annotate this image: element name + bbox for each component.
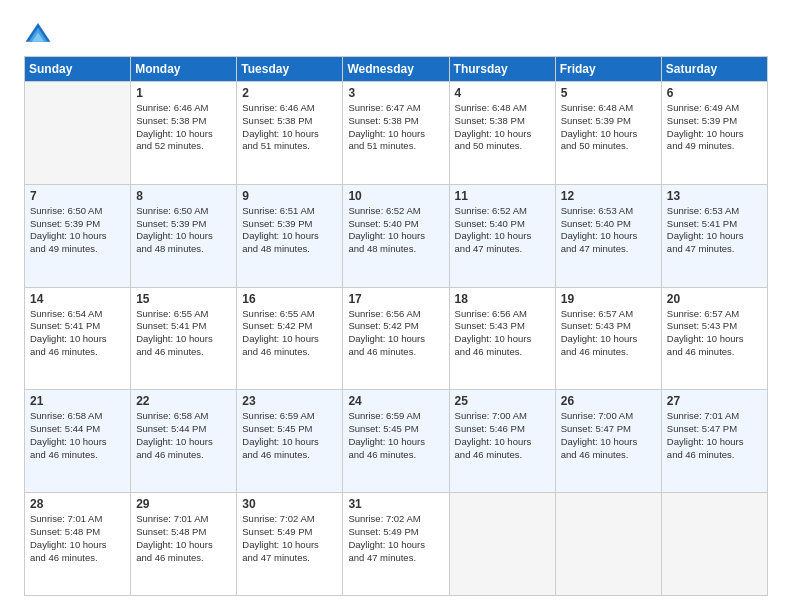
calendar-cell: 3Sunrise: 6:47 AMSunset: 5:38 PMDaylight… bbox=[343, 82, 449, 185]
day-info-line: Sunset: 5:44 PM bbox=[136, 423, 231, 436]
day-info-line: Sunset: 5:40 PM bbox=[348, 218, 443, 231]
calendar-table: SundayMondayTuesdayWednesdayThursdayFrid… bbox=[24, 56, 768, 596]
day-info-line: Sunrise: 6:55 AM bbox=[242, 308, 337, 321]
calendar-cell: 4Sunrise: 6:48 AMSunset: 5:38 PMDaylight… bbox=[449, 82, 555, 185]
logo-icon bbox=[24, 20, 52, 48]
calendar-cell: 20Sunrise: 6:57 AMSunset: 5:43 PMDayligh… bbox=[661, 287, 767, 390]
day-number: 8 bbox=[136, 189, 231, 203]
day-info-line: Sunrise: 6:49 AM bbox=[667, 102, 762, 115]
day-info-line: Sunrise: 6:54 AM bbox=[30, 308, 125, 321]
day-info-line: Sunset: 5:49 PM bbox=[242, 526, 337, 539]
day-info-line: Sunset: 5:41 PM bbox=[667, 218, 762, 231]
day-info-line: Daylight: 10 hours bbox=[455, 333, 550, 346]
day-info-line: Sunrise: 6:57 AM bbox=[561, 308, 656, 321]
day-info-line: Daylight: 10 hours bbox=[561, 128, 656, 141]
calendar-cell bbox=[661, 493, 767, 596]
day-number: 16 bbox=[242, 292, 337, 306]
day-number: 9 bbox=[242, 189, 337, 203]
day-info-line: Daylight: 10 hours bbox=[455, 230, 550, 243]
day-info-line: Sunrise: 7:01 AM bbox=[667, 410, 762, 423]
calendar-cell: 10Sunrise: 6:52 AMSunset: 5:40 PMDayligh… bbox=[343, 184, 449, 287]
day-info-line: Sunrise: 6:55 AM bbox=[136, 308, 231, 321]
day-number: 23 bbox=[242, 394, 337, 408]
day-info-line: and 46 minutes. bbox=[30, 449, 125, 462]
day-number: 24 bbox=[348, 394, 443, 408]
calendar-cell: 24Sunrise: 6:59 AMSunset: 5:45 PMDayligh… bbox=[343, 390, 449, 493]
calendar-cell: 2Sunrise: 6:46 AMSunset: 5:38 PMDaylight… bbox=[237, 82, 343, 185]
day-info-line: Sunrise: 6:47 AM bbox=[348, 102, 443, 115]
day-info-line: Daylight: 10 hours bbox=[561, 333, 656, 346]
day-info-line: Sunset: 5:43 PM bbox=[561, 320, 656, 333]
day-info-line: Sunrise: 6:56 AM bbox=[455, 308, 550, 321]
day-info-line: Sunrise: 6:51 AM bbox=[242, 205, 337, 218]
day-info-line: and 48 minutes. bbox=[348, 243, 443, 256]
day-number: 5 bbox=[561, 86, 656, 100]
day-info-line: Sunrise: 6:56 AM bbox=[348, 308, 443, 321]
day-info-line: and 48 minutes. bbox=[136, 243, 231, 256]
day-info-line: Daylight: 10 hours bbox=[30, 230, 125, 243]
day-info-line: Sunrise: 7:00 AM bbox=[455, 410, 550, 423]
day-info-line: and 46 minutes. bbox=[561, 449, 656, 462]
day-info-line: and 50 minutes. bbox=[455, 140, 550, 153]
day-info-line: Daylight: 10 hours bbox=[136, 436, 231, 449]
day-info-line: Sunset: 5:40 PM bbox=[561, 218, 656, 231]
day-info-line: Sunrise: 6:53 AM bbox=[667, 205, 762, 218]
day-info-line: Sunrise: 6:58 AM bbox=[136, 410, 231, 423]
week-row-4: 28Sunrise: 7:01 AMSunset: 5:48 PMDayligh… bbox=[25, 493, 768, 596]
day-info-line: Sunrise: 7:02 AM bbox=[348, 513, 443, 526]
calendar-cell: 14Sunrise: 6:54 AMSunset: 5:41 PMDayligh… bbox=[25, 287, 131, 390]
week-row-3: 21Sunrise: 6:58 AMSunset: 5:44 PMDayligh… bbox=[25, 390, 768, 493]
day-info-line: Sunset: 5:49 PM bbox=[348, 526, 443, 539]
day-number: 28 bbox=[30, 497, 125, 511]
calendar-cell: 30Sunrise: 7:02 AMSunset: 5:49 PMDayligh… bbox=[237, 493, 343, 596]
day-info-line: Sunrise: 6:58 AM bbox=[30, 410, 125, 423]
col-header-monday: Monday bbox=[131, 57, 237, 82]
day-number: 15 bbox=[136, 292, 231, 306]
calendar-cell: 22Sunrise: 6:58 AMSunset: 5:44 PMDayligh… bbox=[131, 390, 237, 493]
col-header-friday: Friday bbox=[555, 57, 661, 82]
day-info-line: and 46 minutes. bbox=[242, 346, 337, 359]
day-number: 14 bbox=[30, 292, 125, 306]
day-info-line: Sunrise: 6:48 AM bbox=[561, 102, 656, 115]
calendar-cell: 11Sunrise: 6:52 AMSunset: 5:40 PMDayligh… bbox=[449, 184, 555, 287]
day-number: 6 bbox=[667, 86, 762, 100]
day-info-line: Daylight: 10 hours bbox=[242, 333, 337, 346]
day-info-line: Sunset: 5:39 PM bbox=[561, 115, 656, 128]
day-number: 12 bbox=[561, 189, 656, 203]
week-row-1: 7Sunrise: 6:50 AMSunset: 5:39 PMDaylight… bbox=[25, 184, 768, 287]
day-info-line: Sunset: 5:43 PM bbox=[455, 320, 550, 333]
day-number: 21 bbox=[30, 394, 125, 408]
day-info-line: Daylight: 10 hours bbox=[455, 436, 550, 449]
day-info-line: and 51 minutes. bbox=[348, 140, 443, 153]
day-info-line: Sunrise: 6:57 AM bbox=[667, 308, 762, 321]
day-info-line: Sunset: 5:38 PM bbox=[455, 115, 550, 128]
day-info-line: Daylight: 10 hours bbox=[348, 333, 443, 346]
col-header-wednesday: Wednesday bbox=[343, 57, 449, 82]
page: SundayMondayTuesdayWednesdayThursdayFrid… bbox=[0, 0, 792, 612]
day-info-line: Sunset: 5:38 PM bbox=[242, 115, 337, 128]
week-row-0: 1Sunrise: 6:46 AMSunset: 5:38 PMDaylight… bbox=[25, 82, 768, 185]
day-number: 7 bbox=[30, 189, 125, 203]
calendar-cell: 28Sunrise: 7:01 AMSunset: 5:48 PMDayligh… bbox=[25, 493, 131, 596]
day-info-line: and 48 minutes. bbox=[242, 243, 337, 256]
day-info-line: Sunset: 5:46 PM bbox=[455, 423, 550, 436]
header-row: SundayMondayTuesdayWednesdayThursdayFrid… bbox=[25, 57, 768, 82]
day-info-line: and 46 minutes. bbox=[348, 346, 443, 359]
calendar-cell: 21Sunrise: 6:58 AMSunset: 5:44 PMDayligh… bbox=[25, 390, 131, 493]
day-number: 26 bbox=[561, 394, 656, 408]
day-info-line: and 46 minutes. bbox=[667, 346, 762, 359]
day-info-line: Daylight: 10 hours bbox=[667, 230, 762, 243]
calendar-cell: 26Sunrise: 7:00 AMSunset: 5:47 PMDayligh… bbox=[555, 390, 661, 493]
day-number: 20 bbox=[667, 292, 762, 306]
day-info-line: and 46 minutes. bbox=[30, 346, 125, 359]
day-info-line: and 49 minutes. bbox=[30, 243, 125, 256]
day-info-line: Sunset: 5:39 PM bbox=[30, 218, 125, 231]
day-info-line: Daylight: 10 hours bbox=[30, 333, 125, 346]
day-number: 1 bbox=[136, 86, 231, 100]
day-info-line: Daylight: 10 hours bbox=[348, 128, 443, 141]
day-info-line: Daylight: 10 hours bbox=[455, 128, 550, 141]
day-info-line: and 46 minutes. bbox=[348, 449, 443, 462]
day-info-line: Daylight: 10 hours bbox=[242, 436, 337, 449]
day-info-line: Sunrise: 6:50 AM bbox=[30, 205, 125, 218]
day-info-line: Sunset: 5:39 PM bbox=[242, 218, 337, 231]
